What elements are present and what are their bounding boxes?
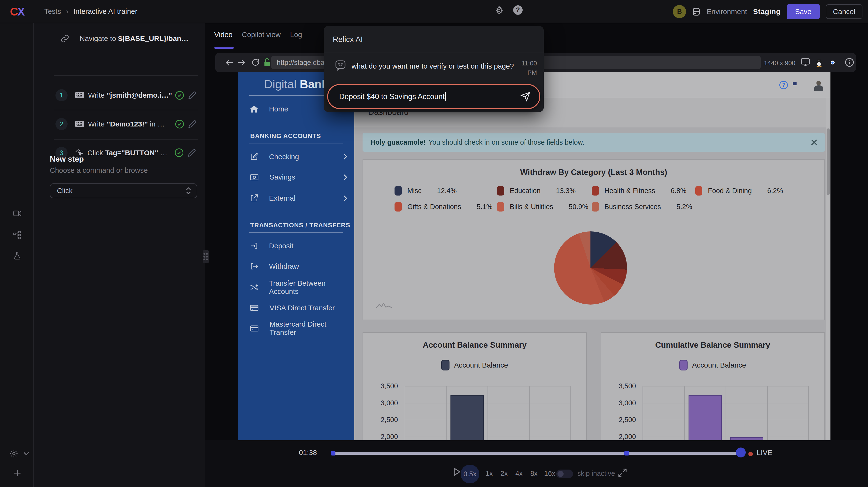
edit-pencil-icon[interactable]	[188, 149, 196, 157]
save-button[interactable]: Save	[786, 4, 819, 19]
step-row-1[interactable]: 1 Write "jsmith@demo.i…"	[56, 83, 197, 108]
step-number: 2	[56, 118, 68, 130]
bank-nav-checking[interactable]: Checking	[250, 151, 347, 162]
app-scrollbar-track[interactable]	[826, 98, 830, 440]
legend-item: Education13.3%	[497, 186, 576, 195]
chevron-down-icon[interactable]	[23, 452, 29, 456]
speed-2x[interactable]: 2x	[500, 469, 507, 478]
user-avatar[interactable]: B	[673, 5, 686, 19]
legend-value: 6.8%	[671, 187, 686, 195]
app-scrollbar-thumb[interactable]	[827, 128, 830, 195]
step-navigate[interactable]: Navigate to ${BASE_URL}/ban…	[61, 34, 188, 43]
shuffle-icon	[250, 284, 258, 291]
check-circle-icon	[175, 148, 184, 157]
speed-0.5x[interactable]: 0.5x	[461, 465, 479, 484]
skip-inactive-toggle[interactable]	[556, 469, 573, 478]
chevron-right-icon	[344, 154, 347, 160]
video-viewport[interactable]: Digital Bank Home BANKING ACCOUNTS Check…	[238, 72, 831, 440]
tab-copilot-view[interactable]: Copilot view	[242, 31, 281, 39]
legend-value: 5.1%	[476, 203, 492, 211]
edit-square-icon	[250, 153, 258, 161]
panel-resize-handle[interactable]	[203, 250, 209, 263]
legend-value: 12.4%	[437, 187, 457, 195]
pie-chart-title: Withdraw By Category (Last 3 Months)	[363, 168, 825, 177]
speed-1x[interactable]: 1x	[486, 469, 493, 478]
send-icon[interactable]	[521, 92, 530, 101]
step-row-2[interactable]: 2 Write "Demo123!" in …	[56, 112, 197, 136]
chat-input[interactable]: Deposit $40 to Savings Account	[327, 84, 540, 109]
progress-marker[interactable]	[624, 451, 629, 456]
sparkline-icon[interactable]	[376, 302, 393, 309]
tab-log[interactable]: Log	[290, 31, 302, 39]
speed-4x[interactable]: 4x	[516, 469, 523, 478]
flask-icon[interactable]	[13, 251, 21, 260]
add-step-icon[interactable]	[14, 469, 21, 477]
play-icon[interactable]	[454, 467, 461, 476]
bar	[688, 395, 722, 440]
bank-nav-withdraw[interactable]: Withdraw	[250, 261, 347, 272]
gear-icon[interactable]	[9, 449, 19, 458]
progress-track[interactable]	[331, 452, 741, 455]
cancel-button[interactable]: Cancel	[826, 4, 862, 19]
legend-value: 6.2%	[767, 187, 783, 195]
legend-item: Bills & Utilities50.9%	[497, 202, 588, 212]
help-icon[interactable]: ?	[513, 5, 523, 15]
chevron-right-icon	[344, 174, 347, 180]
legend-label: Education	[510, 187, 540, 195]
bank-nav-deposit[interactable]: Deposit	[250, 240, 347, 251]
environment-icon	[692, 7, 701, 16]
reload-icon[interactable]	[251, 58, 259, 66]
bank-nav-mastercard-transfer[interactable]: Mastercard Direct Transfer	[250, 323, 347, 334]
money-bill-icon	[250, 174, 258, 181]
new-step-title: New step	[50, 155, 84, 163]
edit-pencil-icon[interactable]	[188, 91, 196, 99]
legend-swatch	[679, 360, 688, 370]
page-title: Interactive AI trainer	[73, 7, 137, 16]
speed-8x[interactable]: 8x	[530, 469, 538, 478]
y-tick: 2,000	[604, 433, 636, 440]
legend-item: Misc12.4%	[395, 186, 457, 195]
chart-legend: Account Balance	[601, 360, 825, 370]
cx-logo[interactable]: CX	[10, 6, 24, 18]
alert-text: You should check in on some of those fie…	[428, 138, 584, 146]
left-rail	[0, 23, 34, 487]
command-select[interactable]: Click	[50, 183, 197, 199]
alert-banner: Holy guacamole! You should check in on s…	[363, 133, 825, 152]
flow-tree-icon[interactable]	[13, 231, 22, 239]
info-icon[interactable]	[845, 58, 854, 67]
fullscreen-icon[interactable]	[618, 468, 626, 477]
speed-16x[interactable]: 16x	[544, 469, 555, 478]
legend-value: 5.2%	[676, 203, 692, 211]
legend-swatch	[592, 186, 599, 195]
video-camera-icon[interactable]	[13, 210, 22, 217]
progress-knob[interactable]	[736, 448, 746, 457]
skip-inactive-label: skip inactive	[578, 469, 615, 478]
bank-nav-visa-transfer[interactable]: VISA Direct Transfer	[250, 302, 347, 313]
bar-plot	[405, 386, 571, 440]
progress-marker[interactable]	[331, 451, 335, 456]
y-tick: 2,500	[366, 416, 398, 424]
environment-value[interactable]: Staging	[753, 7, 781, 16]
breadcrumb-tests[interactable]: Tests	[44, 7, 61, 16]
legend-swatch	[497, 186, 504, 195]
keyboard-icon	[75, 121, 84, 127]
legend-swatch	[497, 202, 504, 212]
breadcrumb: Tests › Interactive AI trainer	[44, 7, 137, 16]
bank-nav-savings[interactable]: Savings	[250, 172, 347, 183]
bank-help-icon[interactable]: ?	[779, 81, 787, 89]
live-label: LIVE	[757, 449, 772, 457]
forward-icon[interactable]	[238, 58, 247, 67]
tab-video[interactable]: Video	[214, 31, 232, 39]
alert-close-icon[interactable]	[811, 139, 817, 145]
steps-panel: Navigate to ${BASE_URL}/ban… 1 Write "js…	[34, 23, 206, 487]
monitor-icon[interactable]	[801, 58, 810, 66]
bank-nav-transfer[interactable]: Transfer Between Accounts	[250, 282, 347, 293]
link-icon	[61, 34, 69, 43]
cumulative-balance-card: Cumulative Balance Summary Account Balan…	[600, 332, 825, 440]
step-label: Click Tag="BUTTON" …	[87, 149, 175, 157]
bug-icon[interactable]	[494, 5, 504, 15]
bank-nav-external[interactable]: External	[250, 193, 347, 204]
edit-pencil-icon[interactable]	[188, 120, 196, 128]
back-icon[interactable]	[224, 58, 233, 67]
legend-label: Food & Dining	[708, 187, 752, 195]
